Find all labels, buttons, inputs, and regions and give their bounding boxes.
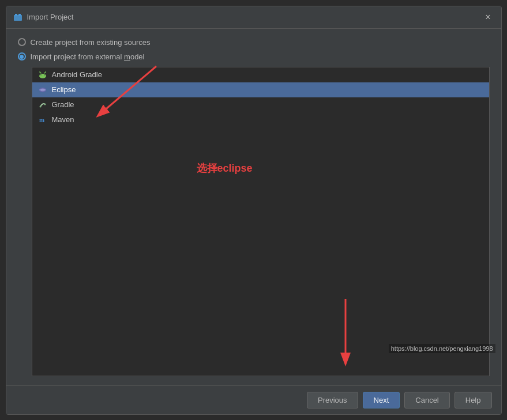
model-item-maven[interactable]: m Maven bbox=[32, 112, 489, 127]
svg-point-3 bbox=[39, 74, 46, 78]
svg-point-8 bbox=[39, 71, 40, 73]
title-bar: Import Project × bbox=[6, 6, 501, 29]
radio-external-indicator bbox=[18, 52, 26, 60]
android-gradle-icon bbox=[38, 70, 47, 80]
eclipse-label: Eclipse bbox=[52, 85, 76, 94]
model-item-eclipse[interactable]: Eclipse bbox=[32, 82, 489, 97]
svg-point-9 bbox=[45, 71, 46, 73]
cancel-button[interactable]: Cancel bbox=[404, 392, 449, 408]
next-button[interactable]: Next bbox=[363, 392, 400, 408]
import-project-dialog: Import Project × Create project from exi… bbox=[6, 6, 502, 415]
maven-icon: m bbox=[38, 115, 47, 124]
dialog-title: Import Project bbox=[27, 13, 482, 21]
close-button[interactable]: × bbox=[482, 11, 494, 24]
svg-point-14 bbox=[44, 103, 46, 105]
svg-point-4 bbox=[40, 74, 42, 75]
svg-text:m: m bbox=[39, 116, 44, 123]
maven-label: Maven bbox=[52, 115, 74, 124]
svg-point-5 bbox=[44, 74, 45, 75]
model-item-gradle[interactable]: Gradle bbox=[32, 97, 489, 112]
previous-button[interactable]: Previous bbox=[307, 392, 358, 408]
svg-rect-1 bbox=[15, 14, 17, 16]
radio-existing-label: Create project from existing sources bbox=[31, 38, 151, 47]
gradle-icon bbox=[38, 100, 47, 109]
radio-existing-sources[interactable]: Create project from existing sources bbox=[18, 38, 490, 47]
model-list: Android Gradle Eclipse bbox=[32, 67, 490, 376]
dialog-icon bbox=[13, 13, 22, 22]
help-button[interactable]: Help bbox=[455, 392, 492, 408]
eclipse-icon bbox=[38, 85, 47, 94]
dialog-footer: Previous Next Cancel Help bbox=[6, 385, 501, 414]
svg-point-13 bbox=[39, 105, 41, 107]
dialog-body: Create project from existing sources Imp… bbox=[6, 29, 501, 385]
radio-external-label: Import project from external model bbox=[31, 52, 145, 61]
gradle-label: Gradle bbox=[52, 100, 74, 109]
radio-existing-indicator bbox=[18, 38, 26, 46]
radio-external-model[interactable]: Import project from external model bbox=[18, 52, 490, 61]
svg-rect-2 bbox=[18, 14, 21, 16]
watermark: https://blog.csdn.net/pengxiang1998 bbox=[389, 344, 495, 353]
model-item-android-gradle[interactable]: Android Gradle bbox=[32, 67, 489, 82]
svg-rect-0 bbox=[14, 15, 22, 21]
android-gradle-label: Android Gradle bbox=[52, 70, 102, 79]
